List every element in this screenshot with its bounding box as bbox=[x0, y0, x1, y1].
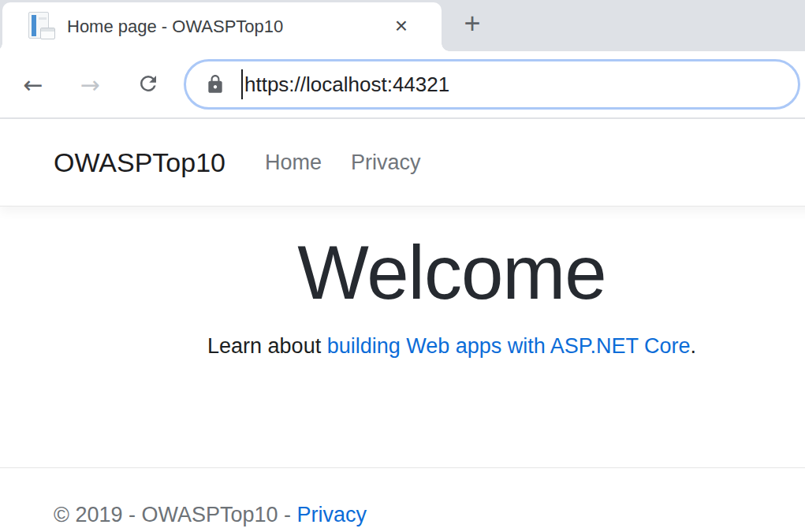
back-icon[interactable]: ← bbox=[19, 71, 47, 99]
nav-link-privacy[interactable]: Privacy bbox=[351, 151, 421, 175]
aspnet-docs-link[interactable]: building Web apps with ASP.NET Core bbox=[327, 334, 691, 358]
favicon-card bbox=[40, 28, 55, 39]
browser-tab[interactable]: Home page - OWASPTop10 × bbox=[2, 2, 442, 51]
address-bar[interactable]: https://localhost:44321 bbox=[184, 59, 800, 110]
nav-link-home[interactable]: Home bbox=[265, 151, 322, 175]
text-caret bbox=[241, 69, 243, 99]
browser-toolbar: ← → https://localhost:44321 bbox=[0, 51, 805, 118]
url-input[interactable]: https://localhost:44321 bbox=[244, 73, 449, 97]
favicon-line bbox=[39, 17, 47, 20]
tab-title: Home page - OWASPTop10 bbox=[67, 2, 283, 51]
lock-icon[interactable] bbox=[205, 74, 225, 95]
intro-text: Learn about building Web apps with ASP.N… bbox=[0, 334, 805, 359]
web-page: OWASPTop10 Home Privacy Welcome Learn ab… bbox=[0, 119, 805, 532]
copyright-text: © 2019 - OWASPTop10 - bbox=[54, 503, 297, 526]
new-tab-icon[interactable]: + bbox=[457, 9, 487, 39]
site-navbar: OWASPTop10 Home Privacy bbox=[0, 119, 805, 206]
forward-icon: → bbox=[76, 71, 104, 99]
favicon-blue-bar bbox=[32, 15, 36, 36]
intro-prefix: Learn about bbox=[207, 334, 327, 358]
site-footer: © 2019 - OWASPTop10 - Privacy bbox=[0, 467, 805, 527]
close-icon[interactable]: × bbox=[390, 16, 412, 38]
page-title: Welcome bbox=[0, 230, 805, 315]
footer-privacy-link[interactable]: Privacy bbox=[297, 503, 367, 526]
browser-chrome: Home page - OWASPTop10 × + ← → https://l… bbox=[0, 0, 805, 118]
document-favicon bbox=[27, 12, 55, 40]
tab-strip: Home page - OWASPTop10 × + bbox=[0, 0, 805, 51]
intro-suffix: . bbox=[690, 334, 696, 358]
navbar-brand[interactable]: OWASPTop10 bbox=[54, 147, 225, 178]
favicon-card-header bbox=[41, 28, 54, 32]
main-content: Welcome Learn about building Web apps wi… bbox=[0, 230, 805, 359]
reload-icon[interactable] bbox=[134, 72, 162, 100]
